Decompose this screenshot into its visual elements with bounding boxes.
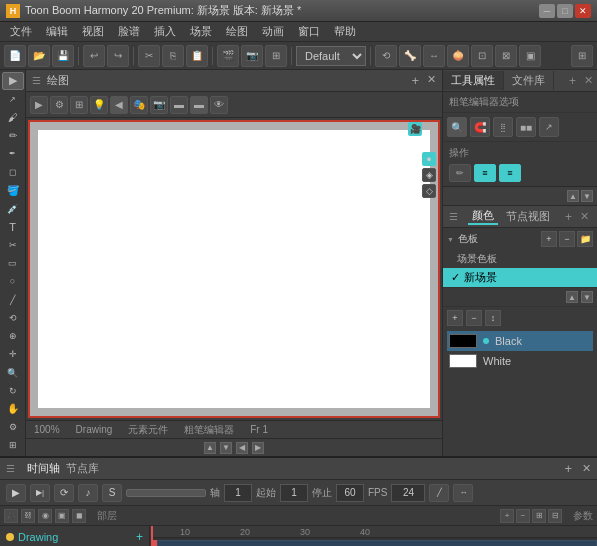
toolbar-cut[interactable]: ✂ [138,45,160,67]
end-frame-input[interactable] [336,484,364,502]
drawing-menu-icon[interactable]: ☰ [32,75,41,86]
layer-extra1[interactable]: ⊞ [532,509,546,523]
tool-rotate[interactable]: ↻ [2,382,24,399]
menu-edit[interactable]: 编辑 [40,22,74,41]
draw-tool-onion2[interactable]: 🎭 [130,96,148,114]
layer-chain-btn[interactable]: ⛓ [21,509,35,523]
tool-pen[interactable]: ✒ [2,145,24,162]
layer-extra[interactable]: ◇ [422,184,436,198]
swatch-sort[interactable]: ↕ [485,310,501,326]
toolbar-open[interactable]: 📂 [28,45,50,67]
toolbar-extra2[interactable]: ⊠ [495,45,517,67]
tool-text[interactable]: T [2,218,24,235]
draw-tool-shape[interactable]: ▬ [170,96,188,114]
tab-timeline[interactable]: 时间轴 [27,461,60,476]
tab-node-editor[interactable]: 节点库 [66,461,99,476]
swatch-row-white[interactable]: White [447,351,593,371]
menu-insert[interactable]: 插入 [148,22,182,41]
tool-circle[interactable]: ○ [2,273,24,290]
draw-tool-light[interactable]: 💡 [90,96,108,114]
tool-peg[interactable]: ⊕ [2,328,24,345]
canvas-area[interactable]: ● ◈ ◇ [28,120,440,418]
op-align-left[interactable]: ≡ [474,164,496,182]
swatch-minus[interactable]: − [466,310,482,326]
maximize-button[interactable]: □ [557,4,573,18]
menu-help[interactable]: 帮助 [328,22,362,41]
tool-paint[interactable]: 🪣 [2,182,24,199]
color-add-button[interactable]: + [563,210,574,224]
menu-view[interactable]: 视图 [76,22,110,41]
toolbar-layout[interactable]: ⊞ [571,45,593,67]
toolbar-onion[interactable]: 🧅 [447,45,469,67]
tool-cam-move[interactable]: ✛ [2,346,24,363]
tool-select[interactable]: ▶ [2,72,24,90]
menu-file[interactable]: 文件 [4,22,38,41]
fps-extra[interactable]: ╱ [429,484,449,502]
menu-scene[interactable]: 场景 [184,22,218,41]
timeline-playhead[interactable] [151,526,153,546]
panel-nav-down[interactable]: ▼ [581,190,593,202]
tool-rect[interactable]: ▭ [2,255,24,272]
panel-close-button[interactable]: ✕ [580,74,597,87]
tool-transform[interactable]: ⟲ [2,309,24,326]
start-frame-input[interactable] [280,484,308,502]
tab-tool-properties[interactable]: 工具属性 [443,71,504,90]
panel-nav-up[interactable]: ▲ [567,190,579,202]
layer-toggle[interactable]: ● [422,152,436,166]
op-align-right[interactable]: ≡ [499,164,521,182]
toolbar-new[interactable]: 📄 [4,45,26,67]
toolbar-redo[interactable]: ↪ [107,45,129,67]
colorboard-folder[interactable]: 📁 [577,231,593,247]
tool-subselect[interactable]: ↗ [2,91,24,108]
timeline-track[interactable]: 10 20 30 40 [150,526,597,546]
toolbar-cam[interactable]: 📷 [241,45,263,67]
tab-color[interactable]: 颜色 [468,208,498,225]
nav-up[interactable]: ▲ [204,442,216,454]
draw-tool-camera[interactable]: 📷 [150,96,168,114]
toolbar-snap[interactable]: ↔ [423,45,445,67]
draw-tool-onion1[interactable]: ◀ [110,96,128,114]
menu-draw[interactable]: 绘图 [220,22,254,41]
color-close-button[interactable]: ✕ [578,210,591,223]
play-button[interactable]: ▶ [6,484,26,502]
draw-tool-shadow[interactable]: ▬ [190,96,208,114]
nav-left[interactable]: ◀ [236,442,248,454]
timeline-menu-icon[interactable]: ☰ [6,463,15,474]
layer-add-btn[interactable]: + [500,509,514,523]
toolbar-copy[interactable]: ⎘ [162,45,184,67]
layer-cam-btn[interactable]: 🎥 [4,509,18,523]
scrubber[interactable] [126,489,206,497]
toolbar-extra3[interactable]: ▣ [519,45,541,67]
layer-item-drawing[interactable]: Drawing + [2,528,147,546]
timeline-close-button[interactable]: ✕ [582,462,591,475]
op-edit[interactable]: ✏ [449,164,471,182]
scene-palette-item[interactable]: ✓ 新场景 [443,268,597,287]
toolbar-morph[interactable]: ⟲ [375,45,397,67]
colorboard-add[interactable]: + [541,231,557,247]
drawing-add-button[interactable]: + [411,73,419,88]
tool-pencil[interactable]: ✏ [2,127,24,144]
layer-render-btn[interactable]: ▣ [55,509,69,523]
tab-node-view[interactable]: 节点视图 [502,209,554,224]
colorboard-minus[interactable]: − [559,231,575,247]
toolbar-save[interactable]: 💾 [52,45,74,67]
prop-icon-color[interactable]: ■■ [516,117,536,137]
tool-cut[interactable]: ✂ [2,236,24,253]
timeline-add-button[interactable]: + [564,461,572,476]
draw-tool-eye[interactable]: 👁 [210,96,228,114]
panel-add-button[interactable]: + [565,74,580,88]
layer-solo-btn[interactable]: ◉ [38,509,52,523]
layer-extra2[interactable]: ⊟ [548,509,562,523]
color-menu-icon[interactable]: ☰ [449,211,458,222]
toolbar-undo[interactable]: ↩ [83,45,105,67]
layer-add-icon[interactable]: + [136,530,143,544]
draw-tool-grid[interactable]: ⊞ [70,96,88,114]
preset-select[interactable]: Default [296,46,366,66]
colorboard-toggle[interactable] [447,235,454,244]
layer-motion-btn[interactable]: ◼ [72,509,86,523]
draw-tool-settings[interactable]: ⚙ [50,96,68,114]
menu-animation[interactable]: 动画 [256,22,290,41]
swatch-row-black[interactable]: Black [447,331,593,351]
current-frame-input[interactable] [224,484,252,502]
tool-line[interactable]: ╱ [2,291,24,308]
